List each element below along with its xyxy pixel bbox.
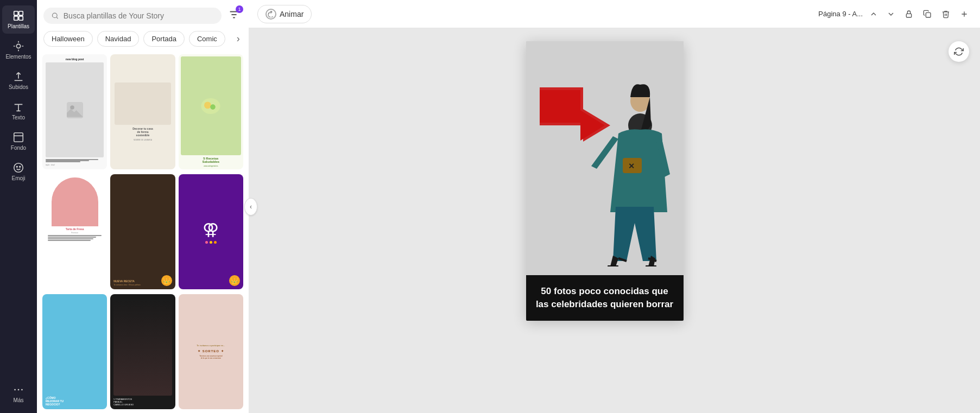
tag-navidad[interactable]: Navidad: [97, 31, 140, 47]
tarta-subtitle: Recetario: [71, 232, 78, 234]
canvas-area: Animar Página 9 - A...: [249, 0, 980, 413]
animate-button[interactable]: Animar: [257, 5, 312, 23]
template-card-secret[interactable]: NUEVA RECETA Te contamos cómo · El truco…: [110, 174, 175, 289]
delete-button[interactable]: [939, 7, 953, 21]
sidebar-item-fondo-label: Fondo: [11, 145, 26, 151]
recipe-img: [181, 56, 241, 155]
svg-point-17: [211, 104, 216, 110]
svg-rect-18: [906, 14, 911, 17]
cabello-text: 5 TRATAMIENTOSPARA ELCABELLO GRUESO: [113, 398, 172, 406]
recipe-url: www.usitingenial.es: [181, 165, 241, 167]
copy-button[interactable]: [920, 7, 934, 21]
search-bar: 1: [37, 0, 249, 29]
template-cabello-inner: 5 TRATAMIENTOSPARA ELCABELLO GRUESO: [110, 294, 175, 409]
tag-row: Halloween Navidad Portada Comic ›: [37, 29, 249, 52]
template-card-recipe[interactable]: 5 RecetasSaludables www.usitingenial.es: [179, 54, 243, 169]
template-card-sorteo[interactable]: Te invitamos a participar en... ✦ SORTEO…: [179, 294, 243, 409]
animate-refresh-icon: [268, 11, 274, 17]
add-page-icon: [960, 10, 969, 18]
sidebar-item-mas-label: Más: [14, 397, 24, 403]
texto-icon: [12, 101, 24, 113]
animate-label: Animar: [280, 10, 304, 18]
trash-icon: [941, 10, 950, 18]
template-sorteo-inner: Te invitamos a participar en... ✦ SORTEO…: [179, 294, 243, 409]
sidebar-item-emoji[interactable]: Emoji: [2, 157, 35, 186]
page-label: Página 9 - A...: [818, 10, 863, 18]
svg-rect-5: [14, 133, 23, 142]
refresh-button[interactable]: [949, 41, 969, 62]
sidebar-item-elementos-label: Elementos: [5, 54, 31, 60]
fondo-icon: [12, 131, 24, 143]
svg-rect-25: [646, 265, 656, 266]
filter-button[interactable]: 1: [226, 7, 242, 24]
tarta-img: [52, 177, 98, 226]
template-mujer-inner: ⚢: [179, 174, 243, 289]
sidebar-item-fondo[interactable]: Fondo: [2, 127, 35, 155]
recipe-title: 5 RecetasSaludables: [181, 157, 241, 163]
blog-lines: [46, 159, 104, 162]
svg-point-8: [20, 166, 21, 167]
sidebar-item-texto[interactable]: Texto: [2, 97, 35, 125]
decor-img: [115, 82, 170, 125]
crown-badge-secret: 👑: [161, 275, 172, 286]
decor-text: Decorar tu casade formasostenible: [132, 127, 153, 137]
template-blog-inner: new blog post taylor · chad: [42, 54, 107, 169]
search-icon: [51, 11, 59, 20]
svg-point-4: [16, 44, 20, 48]
copy-icon: [923, 10, 932, 18]
template-card-cabello[interactable]: 5 TRATAMIENTOSPARA ELCABELLO GRUESO: [110, 294, 175, 409]
emoji-icon: [12, 162, 24, 174]
tag-comic[interactable]: Comic: [189, 31, 225, 47]
elementos-icon: [12, 40, 24, 52]
red-arrow: [534, 82, 613, 153]
sidebar-item-subidos[interactable]: Subidos: [2, 66, 35, 94]
sorteo-title: ✦ SORTEO ✦: [198, 349, 224, 353]
tag-more[interactable]: ›: [230, 31, 247, 47]
sidebar-item-texto-label: Texto: [12, 115, 25, 120]
sidebar-item-plantillas[interactable]: Plantillas: [2, 5, 35, 34]
svg-point-10: [18, 389, 20, 391]
search-input[interactable]: [64, 11, 214, 20]
chevron-down-icon: [887, 10, 895, 18]
template-card-laptop[interactable]: ¿CÓMOMEJORAR TUNEGOCIO?: [42, 294, 107, 409]
blog-names: taylor · chad: [46, 164, 104, 166]
sidebar-item-mas[interactable]: Más: [2, 379, 35, 408]
story-canvas[interactable]: ✕: [526, 41, 684, 321]
sidebar: Plantillas Elementos Subidos Texto Fondo: [0, 0, 37, 413]
story-headline: 50 fotos poco conocidas que las celebrid…: [535, 285, 675, 311]
story-text-bar: 50 fotos poco conocidas que las celebrid…: [526, 275, 684, 321]
lock-icon: [905, 10, 913, 18]
svg-rect-24: [608, 265, 618, 266]
tag-portada[interactable]: Portada: [143, 31, 185, 47]
add-page-button[interactable]: [957, 7, 971, 21]
template-secret-inner: NUEVA RECETA Te contamos cómo · El truco…: [110, 174, 175, 289]
template-card-blog[interactable]: new blog post taylor · chad: [42, 54, 107, 169]
template-card-mujer[interactable]: ⚢ 👑: [179, 174, 243, 289]
template-decor-inner: Decorar tu casade formasostenible NOMBRE…: [110, 54, 175, 169]
page-down-button[interactable]: [884, 8, 897, 21]
template-laptop-inner: ¿CÓMOMEJORAR TUNEGOCIO?: [42, 294, 107, 409]
mas-icon: [12, 384, 24, 396]
blog-photo-icon: [67, 102, 83, 118]
template-card-tarta[interactable]: Tarta de Fresa Recetario: [42, 174, 107, 289]
page-up-button[interactable]: [867, 8, 880, 21]
lock-button[interactable]: [902, 7, 916, 21]
canvas-container[interactable]: ✕: [249, 28, 980, 413]
sidebar-item-elementos[interactable]: Elementos: [2, 36, 35, 64]
mujer-dots: [205, 241, 217, 244]
collapse-panel-button[interactable]: ‹: [244, 198, 257, 215]
template-tarta-inner: Tarta de Fresa Recetario: [42, 174, 107, 289]
svg-rect-19: [926, 12, 931, 17]
svg-rect-3: [19, 16, 23, 20]
template-panel: 1 Halloween Navidad Portada Comic › new …: [37, 0, 249, 413]
svg-point-6: [14, 163, 23, 173]
laptop-title: ¿CÓMOMEJORAR TUNEGOCIO?: [46, 396, 104, 406]
search-input-wrapper[interactable]: [43, 8, 222, 24]
chevron-up-icon: [869, 10, 878, 18]
sorteo-sub: Tenemos una sorpresa especialde la que t…: [199, 355, 222, 359]
svg-rect-1: [19, 11, 23, 15]
sidebar-item-emoji-label: Emoji: [11, 175, 25, 181]
template-card-decor[interactable]: Decorar tu casade formasostenible NOMBRE…: [110, 54, 175, 169]
svg-point-7: [16, 166, 17, 167]
tag-halloween[interactable]: Halloween: [43, 31, 93, 47]
